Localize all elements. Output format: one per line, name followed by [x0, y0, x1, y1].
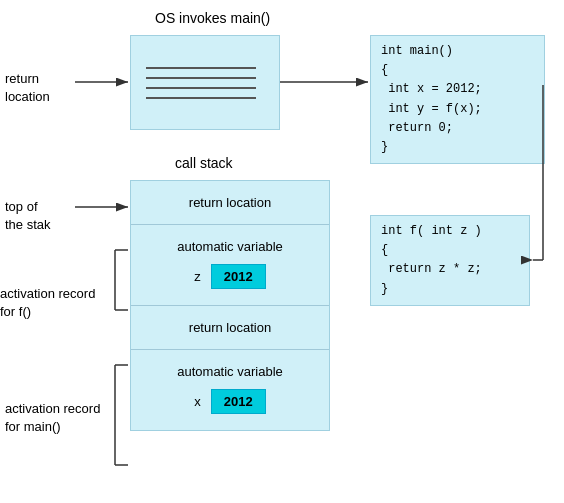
return-location-label-top: returnlocation: [5, 70, 50, 106]
stack-section-4: automatic variable x 2012: [131, 350, 329, 430]
activation-f-label: activation recordfor f(): [0, 285, 95, 321]
call-stack-label: call stack: [175, 155, 233, 171]
code-main-line-3: int x = 2012;: [381, 80, 534, 99]
code-main-line-1: int main(): [381, 42, 534, 61]
stack-paper-top: [130, 35, 280, 130]
code-main-line-4: int y = f(x);: [381, 100, 534, 119]
var-name-x: x: [194, 394, 201, 409]
code-f-line-2: {: [381, 241, 519, 260]
stack-line-4: [146, 97, 256, 99]
diagram-container: OS invokes main() returnlocation int mai…: [0, 0, 564, 503]
code-main-line-2: {: [381, 61, 534, 80]
code-f-line-4: }: [381, 280, 519, 299]
call-stack: return location automatic variable z 201…: [130, 180, 330, 431]
var-value-z: 2012: [211, 264, 266, 289]
return-loc-label-1: return location: [143, 189, 317, 216]
code-main-line-6: }: [381, 138, 534, 157]
stack-line-3: [146, 87, 256, 89]
code-f-line-1: int f( int z ): [381, 222, 519, 241]
stack-section-1: return location: [131, 181, 329, 225]
code-f-line-3: return z * z;: [381, 260, 519, 279]
stack-line-2: [146, 77, 256, 79]
code-main-block: int main() { int x = 2012; int y = f(x);…: [370, 35, 545, 164]
stack-section-3: return location: [131, 306, 329, 350]
stack-section-2: automatic variable z 2012: [131, 225, 329, 306]
stack-line-1: [146, 67, 256, 69]
auto-var-label-2: automatic variable: [143, 358, 317, 385]
top-of-stack-label: top ofthe stak: [5, 198, 51, 234]
auto-var-label-1: automatic variable: [143, 233, 317, 260]
var-name-z: z: [194, 269, 201, 284]
var-value-x: 2012: [211, 389, 266, 414]
code-f-block: int f( int z ) { return z * z; }: [370, 215, 530, 306]
var-row-z: z 2012: [143, 260, 317, 297]
activation-main-label: activation recordfor main(): [5, 400, 100, 436]
os-title: OS invokes main(): [155, 10, 270, 26]
var-row-x: x 2012: [143, 385, 317, 422]
return-loc-label-2: return location: [143, 314, 317, 341]
code-main-line-5: return 0;: [381, 119, 534, 138]
